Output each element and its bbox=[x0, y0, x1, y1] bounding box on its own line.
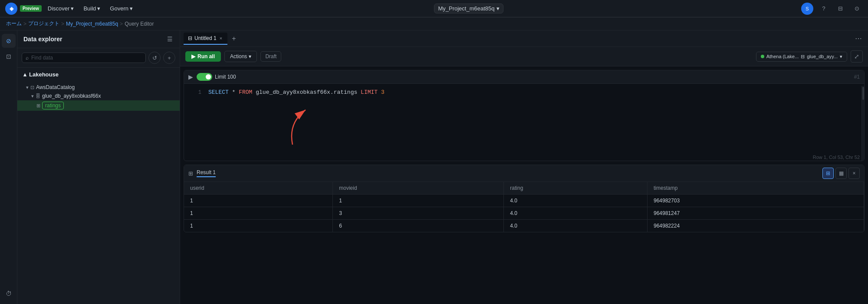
tab-untitled-1[interactable]: ⊟ Untitled 1 × bbox=[184, 33, 227, 45]
draft-badge[interactable]: Draft bbox=[260, 51, 281, 62]
expand-btn[interactable]: ⤢ bbox=[851, 50, 863, 63]
logo-icon[interactable]: ◈ bbox=[5, 3, 17, 15]
search-input[interactable] bbox=[31, 55, 142, 61]
section-label: Lakehouse bbox=[29, 71, 59, 78]
breadcrumb-project-name[interactable]: My_Project_m6eat85q bbox=[66, 21, 118, 27]
sidebar: Data explorer ☰ ⌕ ↺ + ▴ Lakehouse ▾ ⊡ bbox=[17, 30, 180, 304]
search-icon: ⌕ bbox=[26, 55, 29, 61]
results-body: 114.0964982703134.0964981247164.09649822… bbox=[184, 195, 864, 232]
project-selector[interactable]: My_Project_m6eat85q ▾ bbox=[434, 3, 503, 13]
result-grid-btn[interactable]: ⊞ bbox=[822, 168, 834, 179]
connection-badge[interactable]: Athena (Lake... ⊟ glue_db_ayy... ▾ bbox=[756, 52, 847, 62]
tree-item-database[interactable]: ▾ 🗄 glue_db_ayy8xobkasf66x bbox=[17, 92, 180, 100]
table-label: ratings bbox=[42, 102, 64, 109]
editor-hash: #1 bbox=[854, 74, 860, 80]
col-movieid: movieid bbox=[333, 182, 504, 195]
limit-toggle: Limit 100 bbox=[197, 73, 236, 81]
tabs-menu-btn[interactable]: ⋯ bbox=[852, 33, 865, 43]
result-tab-1[interactable]: Result 1 bbox=[197, 169, 216, 177]
preview-badge: Preview bbox=[20, 5, 42, 12]
editor-play-btn[interactable]: ▶ bbox=[188, 73, 193, 80]
section-header-lakehouse[interactable]: ▴ Lakehouse bbox=[17, 68, 180, 81]
chat-icon-btn[interactable]: ⊟ bbox=[834, 3, 846, 15]
keyword-from: FROM bbox=[239, 89, 252, 96]
table-row: 164.0964982224 bbox=[184, 220, 864, 232]
lakehouse-chevron-icon: ▴ bbox=[23, 71, 26, 78]
result-table-icon: ⊞ bbox=[188, 170, 193, 177]
add-data-btn[interactable]: + bbox=[163, 52, 175, 64]
help-icon-btn[interactable]: ? bbox=[818, 3, 830, 15]
editor-toolbar: ▶ Limit 100 #1 bbox=[184, 70, 864, 84]
rail-book-icon[interactable]: ⊡ bbox=[2, 50, 16, 63]
actions-label: Actions bbox=[230, 53, 247, 59]
table-row: 114.0964982703 bbox=[184, 195, 864, 207]
user-avatar-btn[interactable]: S bbox=[801, 3, 813, 15]
results-header-row: userid movieid rating timestamp bbox=[184, 182, 864, 195]
breadcrumb-home[interactable]: ホーム bbox=[6, 20, 22, 27]
editor-scrollbar[interactable] bbox=[861, 86, 864, 161]
query-toolbar: ▶ Run all Actions ▾ Draft Athena (Lake..… bbox=[180, 47, 868, 66]
sidebar-icon-group: ☰ bbox=[166, 35, 174, 43]
table-cell: 1 bbox=[333, 195, 504, 207]
query-editor: ▶ Limit 100 #1 1 SELECT * FROM glue_db_a… bbox=[180, 66, 868, 304]
code-db-table: glue_db_ayy8xobkasf66x.ratings bbox=[252, 89, 361, 96]
breadcrumb-current: Query Editor bbox=[125, 21, 154, 27]
refresh-btn[interactable]: ↺ bbox=[148, 52, 161, 64]
search-row: ⌕ ↺ + bbox=[17, 48, 180, 68]
nav-center: My_Project_m6eat85q ▾ bbox=[139, 3, 799, 13]
table-cell: 964981247 bbox=[648, 207, 864, 220]
project-chevron-icon: ▾ bbox=[496, 5, 500, 12]
table-cell: 3 bbox=[333, 207, 504, 220]
catalog-label: AwsDataCatalog bbox=[36, 84, 75, 90]
actions-chevron-icon: ▾ bbox=[249, 53, 251, 59]
tab-icon: ⊟ bbox=[188, 35, 192, 41]
rail-layers-icon[interactable]: ⊘ bbox=[2, 34, 16, 48]
run-all-btn[interactable]: ▶ Run all bbox=[185, 51, 221, 62]
user-icon-btn[interactable]: ⊙ bbox=[851, 3, 863, 15]
breadcrumb: ホーム > プロジェクト > My_Project_m6eat85q > Que… bbox=[0, 17, 868, 30]
code-limit-val: 3 bbox=[378, 89, 385, 96]
connection-sep: ⊟ bbox=[801, 54, 805, 59]
add-tab-btn[interactable]: + bbox=[229, 34, 238, 43]
run-all-label: Run all bbox=[197, 53, 215, 59]
result-close-btn[interactable]: × bbox=[848, 168, 860, 179]
db-icon: 🗄 bbox=[36, 93, 40, 99]
sidebar-title: Data explorer bbox=[23, 36, 62, 43]
results-actions: ⊞ ▦ × bbox=[822, 168, 860, 179]
left-icons-rail: ⊘ ⊡ ⏱ bbox=[0, 30, 17, 304]
tree-item-catalog[interactable]: ▾ ⊡ AwsDataCatalog bbox=[17, 83, 180, 92]
line-number: 1 bbox=[188, 89, 201, 96]
code-area[interactable]: 1 SELECT * FROM glue_db_ayy8xobkasf66x.r… bbox=[184, 84, 864, 154]
tabs-bar: ⊟ Untitled 1 × + ⋯ bbox=[180, 30, 868, 47]
build-nav-btn[interactable]: Build ▾ bbox=[80, 3, 104, 13]
table-cell: 4.0 bbox=[504, 195, 648, 207]
tab-close-btn[interactable]: × bbox=[219, 35, 223, 41]
rail-clock-icon[interactable]: ⏱ bbox=[2, 287, 16, 301]
keyword-limit: LIMIT bbox=[361, 89, 378, 96]
connection-status-dot bbox=[761, 55, 764, 58]
sidebar-header: Data explorer ☰ bbox=[17, 30, 180, 48]
toolbar-right: Athena (Lake... ⊟ glue_db_ayy... ▾ ⤢ bbox=[756, 50, 863, 63]
govern-nav-btn[interactable]: Govern ▾ bbox=[106, 3, 136, 13]
connection-chevron-icon: ▾ bbox=[840, 54, 842, 59]
catalog-chevron-icon: ▾ bbox=[26, 85, 29, 90]
data-tree: ▾ ⊡ AwsDataCatalog ▾ 🗄 glue_db_ayy8xobka… bbox=[17, 81, 180, 304]
result-chart-btn[interactable]: ▦ bbox=[835, 168, 847, 179]
keyword-select: SELECT bbox=[208, 89, 229, 96]
limit-toggle-switch[interactable] bbox=[197, 73, 212, 81]
actions-btn[interactable]: Actions ▾ bbox=[224, 51, 257, 62]
sidebar-menu-btn[interactable]: ☰ bbox=[166, 35, 174, 43]
discover-nav-btn[interactable]: Discover ▾ bbox=[44, 3, 78, 13]
connection-db: glue_db_ayy... bbox=[807, 54, 838, 59]
db-label: glue_db_ayy8xobkasf66x bbox=[42, 93, 101, 99]
tree-item-table-ratings[interactable]: ⊞ ratings bbox=[17, 100, 180, 111]
table-row: 134.0964981247 bbox=[184, 207, 864, 220]
table-cell: 6 bbox=[333, 220, 504, 232]
tab-label: Untitled 1 bbox=[194, 35, 217, 41]
editor-status: Row 1, Col 53, Chr 52 bbox=[184, 154, 864, 161]
table-cell: 964982224 bbox=[648, 220, 864, 232]
breadcrumb-project-root[interactable]: プロジェクト bbox=[28, 20, 59, 27]
code-line-1: 1 SELECT * FROM glue_db_ayy8xobkasf66x.r… bbox=[184, 88, 864, 96]
col-userid: userid bbox=[184, 182, 333, 195]
project-name: My_Project_m6eat85q bbox=[438, 5, 494, 12]
